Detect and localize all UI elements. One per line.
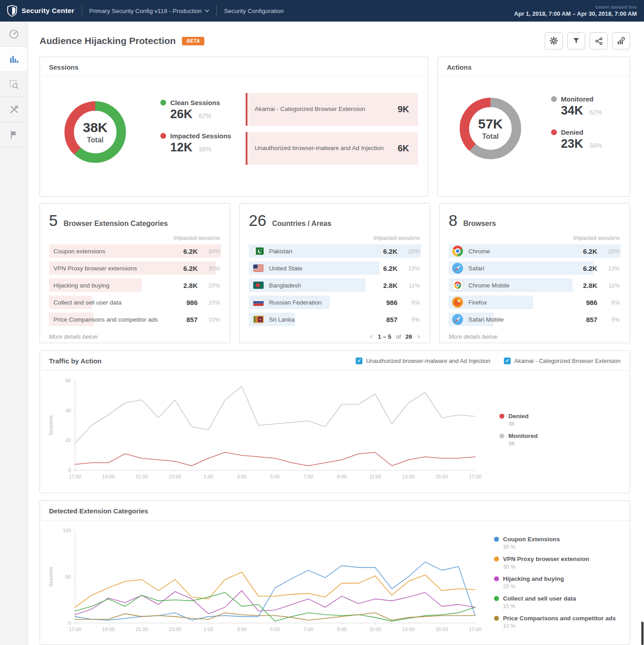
- firefox-icon: [452, 297, 463, 308]
- row-label: Sri Lanka: [264, 316, 370, 323]
- svg-text:Sessions: Sessions: [48, 415, 53, 435]
- filter-categorized-extension[interactable]: ✓ Akamai - Categorized Browser Extension: [504, 358, 621, 364]
- svg-text:0: 0: [68, 468, 71, 473]
- traffic-chart-legend: Denied 3K Monitored 9K: [484, 373, 538, 486]
- legend-sub: 30 %: [503, 544, 616, 550]
- sidebar-item-tools[interactable]: [0, 97, 27, 122]
- table-row[interactable]: Chrome 6.2K 20%: [449, 244, 621, 258]
- row-value: 857: [569, 316, 597, 323]
- legend-pct: 38%: [590, 142, 602, 149]
- svg-text:21:00: 21:00: [136, 474, 148, 479]
- filter-button[interactable]: [567, 32, 585, 49]
- chevron-down-icon: [205, 9, 209, 12]
- row-pct: 13%: [397, 265, 421, 272]
- table-row[interactable]: Price Comparisons and competitor ads 857…: [49, 313, 221, 326]
- filter-label: Akamai - Categorized Browser Extension: [514, 358, 621, 364]
- table-row[interactable]: Russian Federation 986 6%: [249, 296, 421, 309]
- pagination-next-icon[interactable]: ›: [417, 332, 421, 340]
- callout-categorized-extension[interactable]: Akamai - Categorized Browser Extension 9…: [246, 93, 418, 126]
- share-button[interactable]: [590, 32, 608, 49]
- row-label: Safari Mobile: [463, 316, 569, 323]
- pagination-prev-icon[interactable]: ‹: [369, 332, 373, 340]
- row-label: Chrome: [463, 248, 569, 255]
- more-details-note: More details below: [449, 333, 621, 340]
- svg-text:50: 50: [66, 574, 71, 579]
- row-value: 986: [170, 299, 198, 306]
- traffic-by-action-panel: Traffic by Action ✓ Unauthorized browser…: [40, 350, 630, 493]
- row-value: 6.2K: [569, 265, 597, 272]
- row-value: 2.8K: [370, 282, 397, 289]
- row-value: 2.8K: [569, 282, 597, 289]
- table-row[interactable]: Safari Mobile 857 5%: [449, 313, 621, 326]
- collect-dot-icon: [494, 596, 499, 601]
- row-label: Collect and sell user data: [49, 299, 170, 306]
- legend-item-monitored: Monitored 34K 62%: [551, 95, 636, 118]
- checkbox-checked-icon[interactable]: ✓: [504, 358, 511, 364]
- pagination-range: 1 – 5: [378, 333, 391, 340]
- scrollbar-thumb[interactable]: [641, 622, 644, 645]
- row-pct: 10%: [198, 299, 221, 306]
- legend-item-vpn-proxy: VPN Proxy browser extension 30 %: [494, 556, 616, 570]
- svg-text:13:00: 13:00: [402, 474, 415, 479]
- nav-security-configuration[interactable]: Security Configuration: [224, 8, 284, 14]
- sidebar-item-flags[interactable]: [0, 122, 27, 147]
- table-row[interactable]: Safari 6.2K 13%: [449, 261, 621, 275]
- table-row[interactable]: Chrome Mobile 2.8K 11%: [449, 278, 621, 292]
- legend-label: Monitored: [561, 95, 594, 103]
- legend-label: Price Comparisons and competitor ads: [503, 615, 616, 622]
- detected-chart-legend: Coupon Extensions 30 % VPN Proxy browser…: [484, 523, 616, 639]
- impacted-sessions-column-header: Impacted sessions: [250, 235, 420, 241]
- row-pct: 11%: [597, 282, 621, 289]
- page-title: Audience Hijacking Protection: [40, 35, 176, 46]
- row-value: 2.8K: [170, 282, 198, 289]
- row-label: Safari: [463, 265, 569, 272]
- callout-label: Akamai - Categorized Browser Extension: [255, 105, 397, 114]
- bar-chart-icon: [9, 54, 19, 65]
- table-row[interactable]: Bangladesh 2.8K 11%: [249, 278, 421, 292]
- sidebar-item-analytics[interactable]: [0, 47, 27, 72]
- svg-text:17:00: 17:00: [469, 627, 481, 632]
- date-range: Apr 1, 2018, 7:00 AM – Apr 30, 2018, 7:0…: [514, 10, 637, 17]
- table-row[interactable]: United State 6.2K 13%: [249, 261, 421, 275]
- main-content: Audience Hijacking Protection BETA: [28, 22, 644, 645]
- svg-text:9:00: 9:00: [337, 474, 346, 479]
- legend-label: Monitored: [508, 433, 538, 439]
- svg-text:60: 60: [66, 378, 71, 383]
- sidebar-item-explore[interactable]: [0, 72, 27, 97]
- checkbox-checked-icon[interactable]: ✓: [356, 358, 362, 364]
- detected-extension-categories-panel: Detected Extension Categories 05010017:0…: [40, 500, 630, 645]
- app-title: Security Center: [22, 7, 75, 15]
- legend-label: Collect and sell user data: [503, 595, 576, 602]
- table-row[interactable]: Pakistan 6.2K 20%: [249, 244, 421, 258]
- sessions-panel: Sessions 38K Total Clean Sessions: [40, 57, 428, 197]
- pakistan-flag-icon: [253, 247, 264, 255]
- filter-unauthorized-malware[interactable]: ✓ Unauthorized browser-malware and Ad In…: [356, 358, 490, 364]
- settings-button[interactable]: [545, 32, 563, 49]
- svg-text:11:00: 11:00: [369, 474, 381, 479]
- legend-sub: 10 %: [503, 623, 616, 629]
- callout-unauthorized-malware[interactable]: Unauthorized browser-malware and Ad Inje…: [246, 132, 418, 165]
- table-row[interactable]: Sri Lanka 857 5%: [249, 313, 421, 326]
- row-pct: 20%: [597, 248, 621, 255]
- scrollbar[interactable]: [641, 22, 644, 645]
- config-selector[interactable]: Primary Security Config v118 - Productio…: [89, 8, 209, 14]
- table-row[interactable]: Collect and sell user data 986 10%: [49, 296, 221, 309]
- date-range-control[interactable]: Eastern Standard Time Apr 1, 2018, 7:00 …: [514, 5, 637, 17]
- legend-item-denied: Denied 3K: [499, 413, 538, 427]
- svg-text:17:00: 17:00: [69, 627, 81, 632]
- detected-panel-title: Detected Extension Categories: [49, 507, 148, 515]
- table-row[interactable]: Hijacking and buying 2.8K 20%: [49, 278, 221, 292]
- row-label: VPN Proxy browser extensions: [49, 265, 170, 272]
- table-row[interactable]: Firefox 986 6%: [449, 296, 621, 309]
- browsers-title: Browsers: [463, 220, 496, 228]
- report-button[interactable]: [612, 32, 630, 49]
- row-label: United State: [264, 265, 370, 272]
- sidebar-item-dashboard[interactable]: [0, 22, 27, 47]
- legend-pct: 38%: [199, 146, 212, 153]
- legend-value: 34K: [561, 104, 583, 118]
- row-label: Bangladesh: [264, 282, 370, 289]
- table-row[interactable]: VPN Proxy browser extensions 6.2K 30%: [49, 261, 221, 275]
- browsers-panel: 8 Browsers Impacted sessions Chrome 6.2K…: [439, 203, 630, 343]
- table-row[interactable]: Coupon extensions 6.2K 30%: [49, 244, 221, 258]
- actions-total-value: 57K: [478, 116, 503, 132]
